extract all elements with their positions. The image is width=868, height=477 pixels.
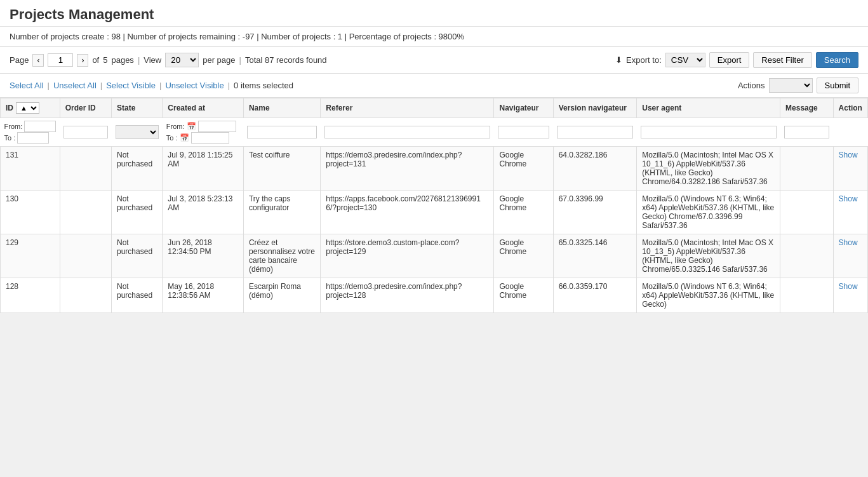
next-page-button[interactable]: ›	[77, 54, 88, 67]
cell-action: Show	[833, 147, 867, 191]
filter-state-select[interactable]: Not purchased Purchased	[116, 125, 159, 139]
cell-version: 65.0.3325.146	[553, 234, 637, 278]
cell-order-id	[60, 234, 111, 278]
col-navigateur: Navigateur	[494, 98, 553, 118]
stats-bar: Number of projects create : 98 | Number …	[0, 27, 868, 47]
col-user-agent: User agent	[637, 98, 780, 118]
cell-message	[780, 234, 834, 278]
pages-label: pages	[111, 55, 133, 65]
sep2: |	[239, 55, 241, 65]
select-visible-link[interactable]: Select Visible	[106, 81, 156, 90]
cell-navigateur: Google Chrome	[494, 234, 553, 278]
cell-referer: https://demo3.predesire.com/index.php?pr…	[321, 278, 494, 313]
filter-id-to[interactable]	[17, 132, 49, 144]
cell-state: Not purchased	[112, 191, 163, 234]
filter-navigateur-input[interactable]	[498, 126, 549, 138]
show-link[interactable]: Show	[839, 194, 858, 203]
filter-navigateur	[494, 118, 553, 147]
toolbar: Page ‹ › of 5 pages | View 20 50 100 per…	[0, 47, 868, 74]
cell-message	[780, 278, 834, 313]
filter-referer	[321, 118, 494, 147]
items-selected-label: 0 items selected	[234, 81, 293, 90]
col-version-navigateur: Version navigateur	[553, 98, 637, 118]
filter-name-input[interactable]	[247, 126, 316, 138]
cell-referer: https://apps.facebook.com/20276812139699…	[321, 191, 494, 234]
cell-referer: https://demo3.predesire.com/index.php?pr…	[321, 147, 494, 191]
actions-select[interactable]: Delete	[769, 78, 813, 93]
cell-id: 130	[1, 191, 60, 234]
export-format-select[interactable]: CSV Excel	[665, 53, 705, 67]
unselect-visible-link[interactable]: Unselect Visible	[165, 81, 224, 90]
filter-id-from[interactable]	[24, 121, 56, 132]
cell-name: Créez et personnalisez votre carte banca…	[243, 234, 320, 278]
filter-created-at: From: 📅 To : 📅	[163, 118, 244, 147]
projects-table: ID ▲ ▼ Order ID State Created at Name Re…	[0, 98, 868, 313]
filter-id: From: To :	[1, 118, 60, 147]
filter-created-from[interactable]	[198, 121, 236, 132]
search-button[interactable]: Search	[816, 52, 858, 68]
cell-version: 67.0.3396.99	[553, 191, 637, 234]
cell-id: 131	[1, 147, 60, 191]
table-row: 131Not purchasedJul 9, 2018 1:15:25 AMTe…	[1, 147, 868, 191]
cell-message	[780, 191, 834, 234]
table-header-row: ID ▲ ▼ Order ID State Created at Name Re…	[1, 98, 868, 118]
select-all-link[interactable]: Select All	[10, 81, 43, 90]
cell-version: 64.0.3282.186	[553, 147, 637, 191]
cell-action: Show	[833, 278, 867, 313]
col-order-id: Order ID	[60, 98, 111, 118]
cell-navigateur: Google Chrome	[494, 147, 553, 191]
from-calendar-icon[interactable]: 📅	[187, 122, 196, 131]
filter-message-input[interactable]	[784, 126, 830, 138]
col-state: State	[112, 98, 163, 118]
filter-row: From: To : Not purchased Purchased	[1, 118, 868, 147]
cell-user-agent: Mozilla/5.0 (Macintosh; Intel Mac OS X 1…	[637, 234, 780, 278]
cell-action: Show	[833, 234, 867, 278]
to-calendar-icon[interactable]: 📅	[180, 133, 189, 142]
of-label: of	[92, 55, 99, 65]
id-sort-select[interactable]: ▲ ▼	[16, 102, 39, 114]
cell-name: Test coiffure	[243, 147, 320, 191]
table-row: 128Not purchasedMay 16, 2018 12:38:56 AM…	[1, 278, 868, 313]
filter-referer-input[interactable]	[324, 126, 490, 138]
cell-version: 66.0.3359.170	[553, 278, 637, 313]
filter-name	[243, 118, 320, 147]
page-number-input[interactable]	[48, 53, 73, 67]
per-page-select[interactable]: 20 50 100	[165, 53, 199, 67]
per-page-label: per page	[203, 55, 235, 65]
actions-bar: Actions Delete Submit	[738, 77, 858, 93]
page-label: Page	[10, 55, 29, 65]
page-title: Projects Management	[0, 0, 868, 27]
filter-action	[833, 118, 867, 147]
cell-navigateur: Google Chrome	[494, 191, 553, 234]
view-label: View	[144, 55, 161, 65]
total-pages: 5	[103, 55, 107, 65]
col-created-at: Created at	[163, 98, 244, 118]
unselect-all-link[interactable]: Unselect All	[53, 81, 97, 90]
reset-filter-button[interactable]: Reset Filter	[753, 52, 811, 68]
filter-order-id	[60, 118, 111, 147]
show-link[interactable]: Show	[839, 151, 858, 159]
export-button[interactable]: Export	[709, 52, 750, 68]
toolbar-right: ⬇ Export to: CSV Excel Export Reset Filt…	[615, 52, 858, 68]
filter-user-agent-input[interactable]	[641, 126, 777, 138]
actions-label: Actions	[738, 81, 765, 90]
filter-user-agent	[637, 118, 780, 147]
cell-id: 129	[1, 234, 60, 278]
cell-user-agent: Mozilla/5.0 (Windows NT 6.3; Win64; x64)…	[637, 278, 780, 313]
filter-version-input[interactable]	[557, 126, 633, 138]
cell-created-at: May 16, 2018 12:38:56 AM	[163, 278, 244, 313]
cell-navigateur: Google Chrome	[494, 278, 553, 313]
show-link[interactable]: Show	[839, 238, 858, 247]
cell-created-at: Jul 3, 2018 5:23:13 AM	[163, 191, 244, 234]
filter-message	[780, 118, 834, 147]
filter-order-id-input[interactable]	[63, 126, 107, 138]
filter-created-to[interactable]	[191, 132, 229, 144]
cell-user-agent: Mozilla/5.0 (Windows NT 6.3; Win64; x64)…	[637, 191, 780, 234]
show-link[interactable]: Show	[839, 282, 858, 291]
cell-name: Try the caps configurator	[243, 191, 320, 234]
cell-state: Not purchased	[112, 278, 163, 313]
prev-page-button[interactable]: ‹	[32, 54, 44, 67]
submit-button[interactable]: Submit	[817, 77, 858, 93]
filter-version	[553, 118, 637, 147]
table-body: 131Not purchasedJul 9, 2018 1:15:25 AMTe…	[1, 147, 868, 313]
